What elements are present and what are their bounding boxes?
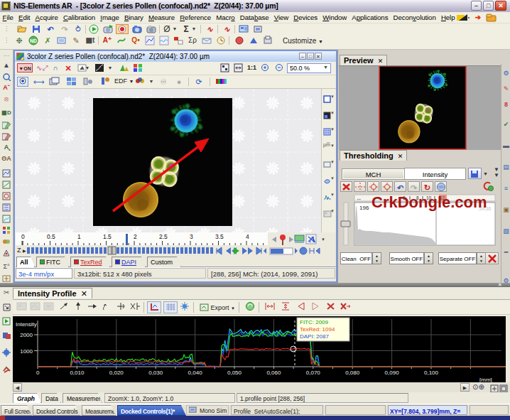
svg-text:2000: 2000	[20, 332, 33, 338]
svg-text:1000: 1000	[20, 348, 33, 355]
svg-text:Intensity: Intensity	[16, 321, 37, 328]
svg-text:2.5: 2.5	[159, 233, 168, 240]
svg-text:0,020: 0,020	[109, 370, 124, 376]
svg-text:196: 196	[359, 205, 369, 211]
svg-text:1: 1	[77, 233, 81, 240]
svg-text:0,080: 0,080	[345, 370, 360, 376]
svg-text:0.5: 0.5	[47, 233, 55, 240]
svg-text:4: 4	[246, 233, 249, 240]
svg-text:0,090: 0,090	[385, 370, 400, 376]
svg-text:0,030: 0,030	[148, 370, 163, 376]
svg-text:0: 0	[21, 233, 25, 240]
svg-text:0,010: 0,010	[70, 370, 85, 376]
svg-text:3.5: 3.5	[215, 233, 224, 240]
svg-text:1.5: 1.5	[103, 233, 112, 240]
svg-text:0,050: 0,050	[227, 370, 242, 376]
svg-text:ND: ND	[30, 38, 37, 43]
svg-text:FITC: 2009: FITC: 2009	[300, 319, 329, 325]
svg-text:DAPI: 2087: DAPI: 2087	[300, 333, 329, 340]
svg-text:0: 0	[36, 370, 40, 376]
svg-text:3: 3	[190, 233, 193, 240]
svg-text:0,040: 0,040	[188, 370, 203, 376]
svg-text:0,100: 0,100	[424, 370, 439, 376]
svg-text:0,070: 0,070	[306, 370, 321, 376]
svg-text:0,060: 0,060	[266, 370, 281, 376]
svg-text:2: 2	[134, 233, 137, 240]
svg-text:[mm]: [mm]	[479, 377, 492, 382]
svg-text:TexRed: 1094: TexRed: 1094	[300, 326, 335, 333]
svg-text:↔: ↔	[356, 195, 362, 202]
